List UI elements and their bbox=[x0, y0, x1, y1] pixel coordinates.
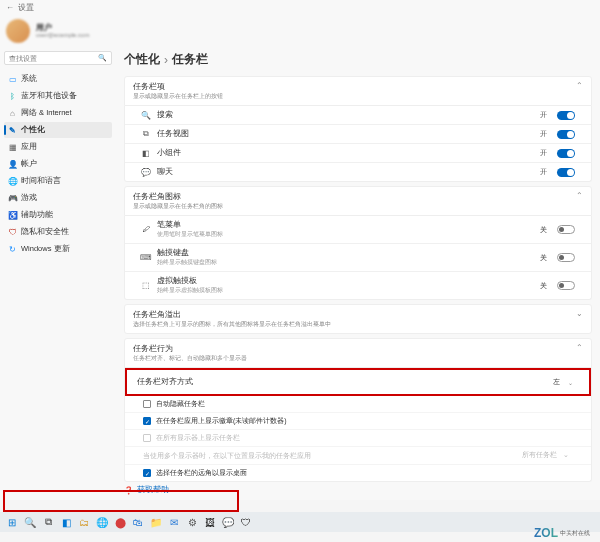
chevron-up-icon[interactable]: ⌃ bbox=[576, 81, 583, 90]
nav-label: 个性化 bbox=[21, 125, 45, 135]
row-label: 笔菜单使用笔时显示笔菜单图标 bbox=[157, 220, 534, 239]
section-taskbar-items-panel: 🔍搜索开⧉任务视图开◧小组件开💬聊天开 bbox=[124, 106, 592, 182]
help-link[interactable]: ❓ 获取帮助 bbox=[124, 482, 592, 498]
taskbar-icon-photos[interactable]: 🖼 bbox=[202, 514, 218, 530]
breadcrumb-current: 任务栏 bbox=[172, 51, 208, 68]
section-behavior-head[interactable]: 任务栏行为 任务栏对齐、标记、自动隐藏和多个显示器 ⌃ bbox=[124, 338, 592, 368]
nav-icon: ▦ bbox=[8, 143, 17, 152]
sidebar-item-1[interactable]: ᛒ蓝牙和其他设备 bbox=[4, 88, 112, 104]
search-input[interactable] bbox=[9, 55, 98, 62]
checkbox[interactable] bbox=[143, 400, 151, 408]
sidebar-item-4[interactable]: ▦应用 bbox=[4, 139, 112, 155]
nav-label: 帐户 bbox=[21, 159, 37, 169]
help-icon: ❓ bbox=[124, 486, 133, 495]
toggle-state: 关 bbox=[540, 281, 547, 291]
check-label: 选择任务栏的远角以显示桌面 bbox=[156, 468, 247, 478]
section-taskbar-items-head[interactable]: 任务栏项 显示或隐藏显示在任务栏上的按钮 ⌃ bbox=[124, 76, 592, 106]
alignment-dropdown[interactable]: 左 ⌄ bbox=[547, 375, 579, 389]
window-title: 设置 bbox=[18, 2, 34, 13]
behavior-check-row[interactable]: 自动隐藏任务栏 bbox=[125, 396, 591, 412]
toggle-state: 开 bbox=[540, 110, 547, 120]
section-subtitle: 任务栏对齐、标记、自动隐藏和多个显示器 bbox=[133, 354, 247, 363]
toggle-switch[interactable] bbox=[557, 253, 575, 262]
row-label: 聊天 bbox=[157, 167, 534, 177]
nav-icon: ↻ bbox=[8, 245, 17, 254]
profile-email: user@example.com bbox=[36, 32, 89, 39]
behavior-check-row[interactable]: ✓在任务栏应用上显示徽章(未读邮件计数器) bbox=[125, 412, 591, 429]
sidebar-item-7[interactable]: 🎮游戏 bbox=[4, 190, 112, 206]
toggle-switch[interactable] bbox=[557, 225, 575, 234]
row-label: 小组件 bbox=[157, 148, 534, 158]
chevron-down-icon[interactable]: ⌄ bbox=[576, 309, 583, 318]
section-title: 任务栏项 bbox=[133, 81, 223, 92]
toggle-switch[interactable] bbox=[557, 130, 575, 139]
setting-row: 🔍搜索开 bbox=[125, 106, 591, 124]
row-icon: ⌨ bbox=[141, 253, 151, 263]
section-subtitle: 显示或隐藏显示在任务栏上的按钮 bbox=[133, 92, 223, 101]
help-label: 获取帮助 bbox=[137, 485, 169, 495]
nav-label: 辅助功能 bbox=[21, 210, 53, 220]
row-icon: ◧ bbox=[141, 148, 151, 158]
sidebar-item-9[interactable]: 🛡隐私和安全性 bbox=[4, 224, 112, 240]
taskbar-icon-widgets[interactable]: ◧ bbox=[58, 514, 74, 530]
main-content: 个性化 › 任务栏 任务栏项 显示或隐藏显示在任务栏上的按钮 ⌃ 🔍搜索开⧉任务… bbox=[116, 47, 600, 507]
check-label: 自动隐藏任务栏 bbox=[156, 399, 205, 409]
chevron-up-icon[interactable]: ⌃ bbox=[576, 343, 583, 352]
taskbar-icon-task-view[interactable]: ⧉ bbox=[40, 514, 56, 530]
taskbar: ⊞🔍⧉◧🗂🌐⬤🛍📁✉⚙🖼💬🛡 bbox=[0, 512, 600, 532]
toggle-switch[interactable] bbox=[557, 111, 575, 120]
sidebar-item-10[interactable]: ↻Windows 更新 bbox=[4, 241, 112, 257]
checkbox[interactable]: ✓ bbox=[143, 469, 151, 477]
chevron-down-icon: ⌄ bbox=[568, 379, 573, 386]
toggle-switch[interactable] bbox=[557, 281, 575, 290]
section-subtitle: 选择任务栏角上可显示的图标，所有其他图标将显示在任务栏角溢出菜单中 bbox=[133, 320, 331, 329]
row-icon: 🔍 bbox=[141, 110, 151, 120]
nav-icon: ✎ bbox=[8, 126, 17, 135]
taskbar-icon-mail[interactable]: ✉ bbox=[166, 514, 182, 530]
taskbar-icon-folder[interactable]: 📁 bbox=[148, 514, 164, 530]
profile[interactable]: 用户 user@example.com bbox=[0, 15, 600, 47]
setting-row: ⬚虚拟触摸板始终显示虚拟触摸板图标关 bbox=[125, 271, 591, 299]
toggle-switch[interactable] bbox=[557, 149, 575, 158]
sidebar-item-8[interactable]: ♿辅助功能 bbox=[4, 207, 112, 223]
taskbar-icon-start[interactable]: ⊞ bbox=[4, 514, 20, 530]
nav-label: Windows 更新 bbox=[21, 244, 70, 254]
sidebar-item-5[interactable]: 👤帐户 bbox=[4, 156, 112, 172]
taskbar-icon-edge[interactable]: 🌐 bbox=[94, 514, 110, 530]
row-label: 搜索 bbox=[157, 110, 534, 120]
toggle-state: 关 bbox=[540, 253, 547, 263]
section-corner-head[interactable]: 任务栏角图标 显示或隐藏显示在任务栏角的图标 ⌃ bbox=[124, 186, 592, 216]
sidebar-item-0[interactable]: ▭系统 bbox=[4, 71, 112, 87]
setting-row: ⌨触摸键盘始终显示触摸键盘图标关 bbox=[125, 243, 591, 271]
nav-icon: 🌐 bbox=[8, 177, 17, 186]
sidebar-item-6[interactable]: 🌐时间和语言 bbox=[4, 173, 112, 189]
row-label: 任务视图 bbox=[157, 129, 534, 139]
toggle-state: 关 bbox=[540, 225, 547, 235]
taskbar-icon-security[interactable]: 🛡 bbox=[238, 514, 254, 530]
sidebar-item-3[interactable]: ✎个性化 bbox=[4, 122, 112, 138]
section-title: 任务栏行为 bbox=[133, 343, 247, 354]
taskbar-icon-store[interactable]: 🛍 bbox=[130, 514, 146, 530]
taskbar-icon-chat[interactable]: 💬 bbox=[220, 514, 236, 530]
checkbox[interactable]: ✓ bbox=[143, 417, 151, 425]
setting-row: 💬聊天开 bbox=[125, 162, 591, 181]
behavior-check-row[interactable]: ✓选择任务栏的远角以显示桌面 bbox=[125, 464, 591, 481]
breadcrumb-parent[interactable]: 个性化 bbox=[124, 51, 160, 68]
section-subtitle: 显示或隐藏显示在任务栏角的图标 bbox=[133, 202, 223, 211]
taskbar-icon-chrome[interactable]: ⬤ bbox=[112, 514, 128, 530]
profile-name: 用户 bbox=[36, 23, 89, 33]
taskbar-icon-explorer[interactable]: 🗂 bbox=[76, 514, 92, 530]
search-input-wrap[interactable]: 🔍 bbox=[4, 51, 112, 65]
nav-label: 应用 bbox=[21, 142, 37, 152]
alignment-label: 任务栏对齐方式 bbox=[137, 377, 547, 387]
nav-icon: 🛡 bbox=[8, 228, 17, 237]
sidebar-item-2[interactable]: ⌂网络 & Internet bbox=[4, 105, 112, 121]
chevron-up-icon[interactable]: ⌃ bbox=[576, 191, 583, 200]
back-button[interactable]: ← bbox=[6, 3, 14, 12]
setting-row: ⧉任务视图开 bbox=[125, 124, 591, 143]
toggle-switch[interactable] bbox=[557, 168, 575, 177]
nav-icon: 🎮 bbox=[8, 194, 17, 203]
section-overflow[interactable]: 任务栏角溢出 选择任务栏角上可显示的图标，所有其他图标将显示在任务栏角溢出菜单中… bbox=[124, 304, 592, 334]
taskbar-icon-settings[interactable]: ⚙ bbox=[184, 514, 200, 530]
taskbar-icon-search[interactable]: 🔍 bbox=[22, 514, 38, 530]
